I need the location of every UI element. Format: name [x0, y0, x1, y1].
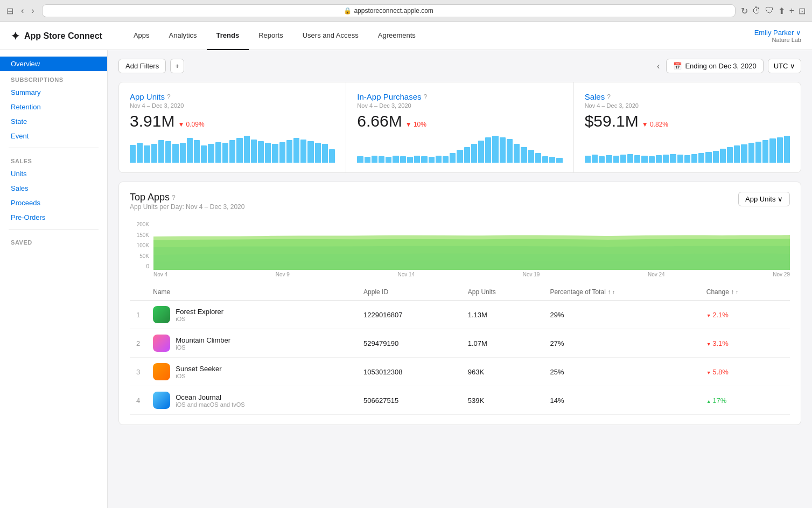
sidebar-item-state[interactable]: State [0, 114, 107, 129]
address-bar[interactable]: 🔒 appstoreconnect.apple.com [42, 4, 736, 17]
col-app-units: App Units [461, 284, 544, 301]
main-nav: Apps Analytics Trends Reports Users and … [124, 22, 754, 50]
metric-help-in-app[interactable]: ? [424, 93, 428, 101]
main-content: Add Filters + ‹ 📅 Ending on Dec 3, 2020 … [108, 50, 812, 508]
app-units-dropdown[interactable]: App Units ∨ [738, 192, 790, 206]
metric-help-app-units[interactable]: ? [167, 93, 171, 101]
metric-value-app-units: 3.91M ▼ 0.09% [130, 112, 335, 130]
app-name-cell: Mountain Climber iOS [146, 329, 357, 358]
logo-icon: ✦ [11, 30, 20, 43]
app-rank: 1 [130, 301, 146, 329]
app-rank: 3 [130, 358, 146, 386]
sidebar-toggle-button[interactable]: ⊟ [6, 6, 13, 16]
table-row: 1 Forest Explorer iOS 1229016807 1.13M 2… [130, 301, 790, 329]
nav-users-and-access[interactable]: Users and Access [293, 22, 368, 50]
top-apps-title: Top Apps ? [130, 192, 244, 203]
app-icon [153, 363, 170, 380]
metric-date-in-app: Nov 4 – Dec 3, 2020 [357, 102, 562, 109]
user-org: Nature Lab [754, 37, 801, 43]
metric-cards: App Units ? Nov 4 – Dec 3, 2020 3.91M ▼ … [118, 82, 801, 173]
sidebar-item-retention[interactable]: Retention [0, 100, 107, 114]
date-selector[interactable]: 📅 Ending on Dec 3, 2020 [666, 59, 763, 73]
app-percentage: 29% [544, 301, 700, 329]
app-apple-id: 1053012308 [357, 358, 461, 386]
app-percentage: 25% [544, 358, 700, 386]
metric-card-sales: Sales ? Nov 4 – Dec 3, 2020 $59.1M ▼ 0.8… [574, 82, 801, 172]
app-name-cell: Forest Explorer iOS [146, 301, 357, 329]
sidebar-item-pre-orders[interactable]: Pre-Orders [0, 210, 107, 225]
app-change: 17% [700, 386, 790, 415]
app-platform: iOS and macOS and tvOS [176, 401, 244, 408]
sidebar: Overview SUBSCRIPTIONS Summary Retention… [0, 50, 108, 508]
app-change: 5.8% [700, 358, 790, 386]
shield-button[interactable]: 🛡 [765, 6, 774, 16]
app-percentage: 14% [544, 386, 700, 415]
forward-button[interactable]: › [29, 5, 36, 17]
date-prev-button[interactable]: ‹ [655, 59, 662, 73]
app-apple-id: 506627515 [357, 386, 461, 415]
user-menu[interactable]: Emily Parker ∨ Nature Lab [754, 29, 801, 43]
top-apps-subtitle: App Units per Day: Nov 4 – Dec 3, 2020 [130, 203, 244, 211]
top-apps-section: Top Apps ? App Units per Day: Nov 4 – De… [118, 182, 801, 425]
app-percentage: 27% [544, 329, 700, 358]
sidebar-item-units[interactable]: Units [0, 166, 107, 181]
col-percentage[interactable]: Percentage of Total ↑ [544, 284, 700, 301]
col-rank [130, 284, 146, 301]
area-chart-svg [153, 221, 790, 272]
main-layout: Overview SUBSCRIPTIONS Summary Retention… [0, 50, 812, 508]
area-chart-x-labels: Nov 4 Nov 9 Nov 14 Nov 19 Nov 24 Nov 29 [130, 272, 790, 277]
sidebar-item-event[interactable]: Event [0, 129, 107, 143]
nav-reports[interactable]: Reports [249, 22, 293, 50]
metric-chart-app-units [130, 136, 335, 163]
app-header: ✦ App Store Connect Apps Analytics Trend… [0, 22, 812, 50]
share-button[interactable]: ⬆ [778, 6, 785, 16]
table-row: 2 Mountain Climber iOS 529479190 1.07M 2… [130, 329, 790, 358]
app-name: Forest Explorer [176, 308, 223, 316]
metric-help-sales[interactable]: ? [607, 93, 611, 101]
logo-text: App Store Connect [24, 31, 102, 41]
sidebar-item-summary[interactable]: Summary [0, 85, 107, 100]
add-filters-button[interactable]: Add Filters [118, 59, 166, 73]
sidebar-section-subscriptions: SUBSCRIPTIONS [0, 71, 107, 85]
app-icon [153, 306, 170, 323]
app-name-cell: Sunset Seeker iOS [146, 358, 357, 386]
timezone-selector[interactable]: UTC ∨ [768, 59, 801, 73]
app-units-value: 1.07M [461, 329, 544, 358]
top-apps-header: Top Apps ? App Units per Day: Nov 4 – De… [130, 192, 790, 219]
toolbar: Add Filters + ‹ 📅 Ending on Dec 3, 2020 … [118, 59, 801, 73]
col-change[interactable]: Change ↑ [700, 284, 790, 301]
metric-date-sales: Nov 4 – Dec 3, 2020 [585, 102, 790, 109]
address-text: appstoreconnect.apple.com [354, 7, 433, 15]
table-row: 4 Ocean Journal iOS and macOS and tvOS 5… [130, 386, 790, 415]
plus-button[interactable]: + [170, 59, 184, 73]
tabs-button[interactable]: ⊡ [799, 6, 806, 16]
refresh-button[interactable]: ↻ [741, 6, 748, 16]
nav-agreements[interactable]: Agreements [368, 22, 425, 50]
calendar-icon: 📅 [673, 62, 682, 70]
sidebar-item-overview[interactable]: Overview [0, 57, 107, 71]
app-units-value: 1.13M [461, 301, 544, 329]
nav-analytics[interactable]: Analytics [159, 22, 207, 50]
top-apps-help[interactable]: ? [172, 194, 176, 201]
nav-trends[interactable]: Trends [207, 22, 249, 50]
app-name-cell: Ocean Journal iOS and macOS and tvOS [146, 386, 357, 415]
sidebar-section-sales: SALES [0, 152, 107, 166]
lock-icon: 🔒 [344, 7, 352, 15]
nav-apps[interactable]: Apps [124, 22, 159, 50]
sidebar-item-sales[interactable]: Sales [0, 181, 107, 196]
app-logo: ✦ App Store Connect [11, 30, 102, 43]
clock-button[interactable]: ⏱ [752, 6, 761, 16]
back-button[interactable]: ‹ [19, 5, 26, 17]
metric-value-sales: $59.1M ▼ 0.82% [585, 112, 790, 130]
metric-title-in-app-purchases: In-App Purchases ? [357, 92, 562, 101]
metric-title-app-units: App Units ? [130, 92, 335, 101]
sidebar-item-proceeds[interactable]: Proceeds [0, 196, 107, 210]
app-apple-id: 529479190 [357, 329, 461, 358]
add-tab-button[interactable]: + [789, 6, 794, 16]
col-name: Name [146, 284, 357, 301]
app-apple-id: 1229016807 [357, 301, 461, 329]
app-change: 3.1% [700, 329, 790, 358]
metric-change-sales: ▼ 0.82% [642, 121, 668, 128]
metric-title-sales: Sales ? [585, 92, 790, 101]
app-name: Ocean Journal [176, 393, 244, 401]
